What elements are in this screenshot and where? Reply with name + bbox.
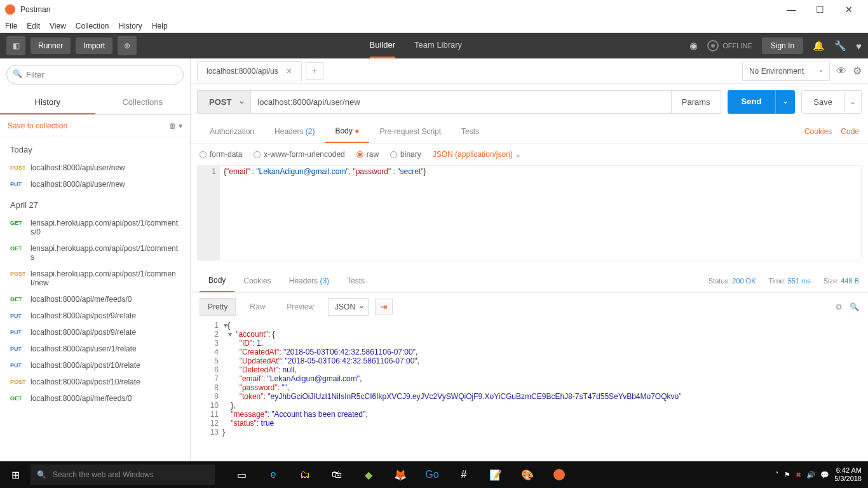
history-list[interactable]: TodayPOSTlocalhost:8000/api/user/newPUTl… — [0, 137, 190, 461]
tray-security-icon[interactable]: ⚑ — [784, 471, 790, 479]
history-url: localhost:8000/api/post/9/relate — [31, 328, 180, 337]
tab-history[interactable]: History — [0, 91, 95, 114]
minimize-button[interactable]: — — [777, 4, 806, 15]
history-item[interactable]: PUTlocalhost:8000/api/post/9/relate — [0, 324, 190, 341]
resp-tab-body[interactable]: Body — [200, 269, 234, 292]
request-tab[interactable]: localhost:8000/api/us ✕ — [197, 61, 302, 81]
menu-history[interactable]: History — [119, 22, 142, 30]
menu-edit[interactable]: Edit — [27, 22, 40, 30]
signin-button[interactable]: Sign In — [762, 37, 803, 54]
resp-tab-headers[interactable]: Headers (3) — [280, 270, 338, 292]
tray-network-icon[interactable]: ✖ — [796, 471, 801, 479]
edge-icon[interactable]: e — [259, 464, 287, 485]
store-icon[interactable]: 🛍 — [323, 464, 351, 485]
filter-input[interactable] — [6, 65, 184, 85]
toggle-sidebar-button[interactable]: ◧ — [6, 36, 25, 55]
sync-status[interactable]: OFFLINE — [707, 40, 752, 51]
method-select[interactable]: POST — [197, 90, 251, 114]
tab-builder[interactable]: Builder — [370, 33, 395, 58]
save-button[interactable]: Save — [801, 90, 844, 114]
tray-volume-icon[interactable]: 🔊 — [806, 471, 815, 479]
env-preview-icon[interactable]: 👁 — [836, 65, 846, 77]
cookies-link[interactable]: Cookies — [804, 127, 832, 136]
history-item[interactable]: GETlocalhost:8000/api/me/feeds/0 — [0, 291, 190, 308]
start-button[interactable]: ⊞ — [0, 469, 31, 481]
wrap-button[interactable]: ⇥ — [375, 299, 393, 315]
view-raw[interactable]: Raw — [242, 299, 273, 315]
search-response-icon[interactable]: 🔍 — [850, 302, 859, 311]
copy-icon[interactable]: ⧉ — [836, 302, 842, 311]
settings-icon[interactable]: 🔧 — [834, 40, 846, 51]
menu-view[interactable]: View — [50, 22, 66, 30]
runner-button[interactable]: Runner — [31, 37, 71, 54]
environment-select[interactable]: No Environment — [742, 62, 830, 81]
content-type-select[interactable]: JSON (application/json) ⌄ — [433, 150, 521, 159]
android-studio-icon[interactable]: ◆ — [355, 464, 383, 485]
radio-binary[interactable]: binary — [390, 150, 421, 159]
view-preview[interactable]: Preview — [279, 299, 322, 315]
tab-headers[interactable]: Headers (2) — [264, 121, 325, 142]
format-select[interactable]: JSON — [328, 298, 369, 316]
history-item[interactable]: GETlensapi.herokuapp.com/api/post/1/comm… — [0, 240, 190, 266]
new-tab-button[interactable]: + — [306, 62, 323, 80]
tab-collections[interactable]: Collections — [95, 91, 191, 114]
taskbar-clock[interactable]: 6:42 AM 5/3/2018 — [834, 466, 862, 483]
tray-up-icon[interactable]: ˄ — [775, 471, 779, 479]
resp-tab-cookies[interactable]: Cookies — [234, 270, 280, 292]
tab-body[interactable]: Body ● — [325, 120, 369, 143]
taskbar-search[interactable]: 🔍 Search the web and Windows — [31, 464, 215, 485]
notepad-icon[interactable]: 📝 — [482, 464, 510, 485]
maximize-button[interactable]: ☐ — [806, 4, 834, 15]
radio-formdata[interactable]: form-data — [200, 150, 242, 159]
request-body-editor[interactable]: 1 {"email" : "LekanAdigun@gmail.com", "p… — [197, 165, 862, 261]
view-pretty[interactable]: Pretty — [200, 298, 236, 316]
save-dropdown[interactable]: ⌄ — [844, 90, 862, 114]
env-settings-icon[interactable]: ⚙ — [853, 65, 862, 77]
paint-icon[interactable]: 🎨 — [513, 464, 541, 485]
goland-icon[interactable]: Go — [418, 464, 446, 485]
notifications-icon[interactable]: 🔔 — [813, 40, 825, 51]
history-url: localhost:8000/api/user/new — [31, 163, 180, 172]
send-dropdown[interactable]: ⌄ — [775, 90, 795, 114]
history-item[interactable]: GETlensapi.herokuapp.com/api/post/1/comm… — [0, 215, 190, 240]
history-method: GET — [10, 395, 31, 402]
tab-team-library[interactable]: Team Library — [414, 33, 462, 58]
params-button[interactable]: Params — [672, 90, 721, 114]
history-item[interactable]: PUTlocalhost:8000/api/user/new — [0, 176, 190, 193]
history-item[interactable]: PUTlocalhost:8000/api/post/9/relate — [0, 308, 190, 324]
slack-icon[interactable]: # — [450, 464, 478, 485]
tray-action-center-icon[interactable]: 💬 — [820, 471, 829, 479]
close-button[interactable]: ✕ — [834, 4, 863, 15]
history-item[interactable]: POSTlocalhost:8000/api/user/new — [0, 159, 190, 176]
close-tab-icon[interactable]: ✕ — [286, 67, 292, 76]
resp-tab-tests[interactable]: Tests — [338, 270, 374, 292]
history-item[interactable]: PUTlocalhost:8000/api/user/1/relate — [0, 341, 190, 357]
postman-taskbar-icon[interactable] — [545, 464, 573, 485]
send-button[interactable]: Send — [728, 90, 776, 114]
history-item[interactable]: GETlocalhost:8000/api/me/feeds/0 — [0, 390, 190, 407]
history-item[interactable]: POSTlocalhost:8000/api/post/10/relate — [0, 374, 190, 390]
tab-authorization[interactable]: Authorization — [200, 121, 264, 142]
taskview-icon[interactable]: ▭ — [227, 464, 255, 485]
url-input[interactable] — [251, 90, 671, 114]
response-body-editor[interactable]: 12345678910111213 ▾{ ▾ "account": { "ID"… — [191, 321, 868, 438]
sync-icon — [707, 40, 719, 51]
radio-raw[interactable]: raw — [356, 150, 379, 159]
history-item[interactable]: POSTlensapi.herokuapp.com/api/post/1/com… — [0, 266, 190, 291]
import-button[interactable]: Import — [76, 37, 112, 54]
save-to-collection-link[interactable]: Save to collection — [8, 121, 169, 130]
menu-file[interactable]: File — [5, 22, 17, 30]
radio-urlencoded[interactable]: x-www-form-urlencoded — [254, 150, 344, 159]
heart-icon[interactable]: ♥ — [856, 41, 862, 51]
trash-icon[interactable]: 🗑 ▾ — [169, 121, 182, 130]
explorer-icon[interactable]: 🗂 — [291, 464, 319, 485]
menu-help[interactable]: Help — [152, 22, 168, 30]
tab-tests[interactable]: Tests — [451, 121, 489, 142]
capture-icon[interactable]: ◉ — [689, 40, 698, 51]
code-link[interactable]: Code — [841, 127, 859, 136]
firefox-icon[interactable]: 🦊 — [386, 464, 414, 485]
new-window-button[interactable]: ⊕ — [118, 36, 137, 55]
menu-collection[interactable]: Collection — [76, 22, 109, 30]
history-item[interactable]: PUTlocalhost:8000/api/post/10/relate — [0, 357, 190, 374]
tab-prerequest[interactable]: Pre-request Script — [369, 121, 451, 142]
